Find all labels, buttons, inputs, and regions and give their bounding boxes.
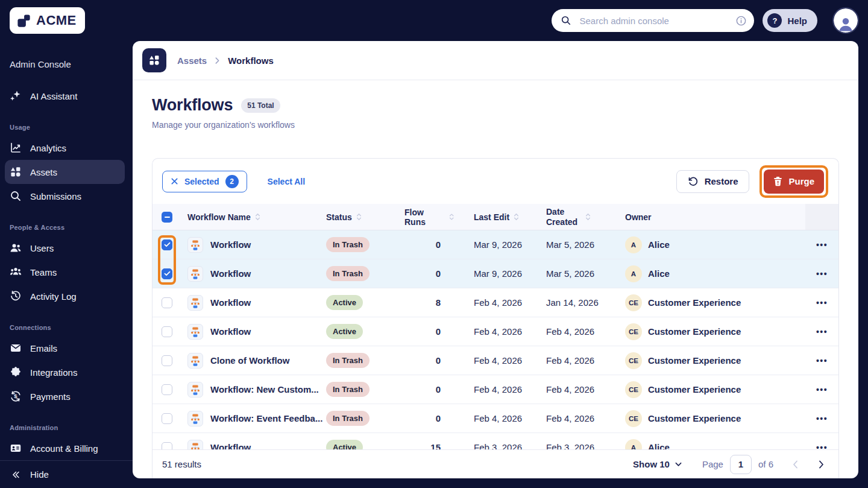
clear-selection-chip[interactable]: Selected 2 bbox=[162, 171, 247, 192]
status-badge: In Trash bbox=[326, 353, 370, 368]
sidebar-item-payments[interactable]: $ Payments bbox=[5, 384, 125, 408]
previous-page-button[interactable] bbox=[790, 458, 800, 471]
info-icon[interactable] bbox=[735, 14, 747, 27]
breadcrumb: Assets Workflows bbox=[133, 41, 858, 80]
row-checkbox[interactable] bbox=[162, 384, 172, 395]
table-row[interactable]: Workflow: Event Feedba... In Trash 0 Feb… bbox=[153, 404, 838, 433]
row-actions-button[interactable]: ••• bbox=[816, 414, 828, 423]
date-created-value: Feb 4, 2026 bbox=[531, 384, 611, 395]
sidebar-item-emails[interactable]: Emails bbox=[5, 336, 125, 360]
row-checkbox[interactable] bbox=[162, 297, 172, 308]
question-icon: ? bbox=[767, 13, 782, 28]
last-edit-value: Feb 4, 2026 bbox=[459, 355, 531, 366]
flow-runs-value: 0 bbox=[404, 239, 459, 250]
workflow-icon bbox=[187, 295, 203, 311]
sidebar-item-account-billing[interactable]: Account & Billing bbox=[5, 436, 125, 460]
person-icon bbox=[837, 14, 855, 33]
topbar: ACME ? Help bbox=[0, 0, 868, 41]
sidebar-item-ai-assistant[interactable]: AI Assistant bbox=[5, 84, 125, 108]
trash-alert-icon bbox=[773, 176, 782, 186]
column-header-actions bbox=[805, 204, 838, 230]
workflow-name: Workflow bbox=[210, 268, 251, 279]
assets-breadcrumb-icon[interactable] bbox=[142, 48, 166, 72]
hide-label: Hide bbox=[30, 469, 49, 480]
page-size-select[interactable]: Show 10 bbox=[629, 458, 685, 470]
search-input[interactable] bbox=[578, 15, 729, 27]
row-checkbox[interactable] bbox=[162, 326, 172, 337]
owner-avatar: CE bbox=[625, 381, 642, 398]
table-row[interactable]: Workflow In Trash 0 Mar 9, 2026 Mar 5, 2… bbox=[153, 259, 838, 288]
next-page-button[interactable] bbox=[816, 458, 826, 471]
workflow-icon bbox=[187, 237, 203, 253]
sort-icon bbox=[449, 212, 454, 221]
table-row[interactable]: Workflow Active 15 Feb 3, 2026 Feb 3, 20… bbox=[153, 433, 838, 449]
sidebar-item-assets[interactable]: Assets bbox=[5, 160, 125, 184]
row-actions-button[interactable]: ••• bbox=[816, 298, 828, 308]
status-badge: Active bbox=[326, 324, 363, 339]
sidebar-item-teams[interactable]: Teams bbox=[5, 260, 125, 284]
admin-search[interactable] bbox=[552, 9, 754, 32]
date-created-value: Feb 3, 2026 bbox=[531, 442, 611, 449]
sidebar-item-integrations[interactable]: Integrations bbox=[5, 360, 125, 384]
purge-button[interactable]: Purge bbox=[764, 170, 824, 194]
restore-button[interactable]: Restore bbox=[676, 170, 750, 193]
sidebar-title: Admin Console bbox=[10, 59, 123, 69]
double-chevron-left-icon bbox=[10, 469, 22, 481]
row-actions-button[interactable]: ••• bbox=[816, 327, 828, 337]
table-row[interactable]: Workflow Active 8 Feb 4, 2026 Jan 14, 20… bbox=[153, 288, 838, 317]
sort-icon bbox=[356, 212, 362, 221]
user-avatar[interactable] bbox=[834, 8, 858, 33]
status-badge: In Trash bbox=[326, 237, 370, 252]
breadcrumb-current: Workflows bbox=[228, 55, 274, 66]
history-clock-icon bbox=[10, 290, 22, 302]
sidebar-item-submissions[interactable]: Submissions bbox=[5, 184, 125, 208]
select-all-button[interactable]: Select All bbox=[264, 176, 309, 187]
select-all-checkbox[interactable] bbox=[153, 212, 181, 223]
chevron-right-icon bbox=[819, 460, 824, 469]
indeterminate-checkbox[interactable] bbox=[162, 212, 172, 223]
row-actions-button[interactable]: ••• bbox=[816, 356, 828, 366]
row-checkbox[interactable] bbox=[162, 413, 172, 424]
row-actions-button[interactable]: ••• bbox=[816, 269, 828, 279]
column-header-workflow-name[interactable]: Workflow Name bbox=[181, 212, 326, 222]
table-row[interactable]: Clone of Workflow In Trash 0 Feb 4, 2026… bbox=[153, 346, 838, 375]
sidebar-hide-button[interactable]: Hide bbox=[0, 460, 133, 488]
owner-name: Customer Experience bbox=[648, 326, 741, 337]
check-icon bbox=[164, 242, 171, 247]
table-row[interactable]: Workflow: New Custom... In Trash 0 Feb 4… bbox=[153, 375, 838, 404]
sidebar-item-users[interactable]: Users bbox=[5, 236, 125, 260]
column-header-status[interactable]: Status bbox=[326, 212, 404, 222]
column-header-flow-runs[interactable]: Flow Runs bbox=[404, 208, 459, 227]
table-row[interactable]: Workflow In Trash 0 Mar 9, 2026 Mar 5, 2… bbox=[153, 230, 838, 259]
breadcrumb-parent[interactable]: Assets bbox=[177, 55, 207, 66]
row-actions-button[interactable]: ••• bbox=[816, 385, 828, 395]
last-edit-value: Feb 4, 2026 bbox=[459, 384, 531, 395]
row-checkbox[interactable] bbox=[162, 442, 172, 450]
help-button[interactable]: ? Help bbox=[763, 9, 817, 32]
last-edit-value: Feb 3, 2026 bbox=[459, 442, 531, 449]
chevron-left-icon bbox=[793, 460, 798, 469]
status-badge: In Trash bbox=[326, 411, 370, 426]
users-icon bbox=[10, 242, 22, 254]
last-edit-value: Feb 4, 2026 bbox=[459, 413, 531, 423]
sidebar-item-label: Emails bbox=[30, 343, 57, 353]
workflow-name: Workflow bbox=[210, 239, 251, 250]
acme-logo[interactable]: ACME bbox=[10, 7, 85, 34]
row-actions-button[interactable]: ••• bbox=[816, 443, 828, 450]
column-header-last-edit[interactable]: Last Edit bbox=[459, 212, 531, 222]
workflow-name: Workflow: Event Feedba... bbox=[210, 413, 322, 423]
page-number-input[interactable] bbox=[730, 455, 752, 474]
row-checkbox[interactable] bbox=[162, 355, 172, 366]
workflow-icon bbox=[187, 353, 203, 369]
table-header-row: Workflow Name Status Flow Runs Last Edit… bbox=[153, 204, 838, 230]
sidebar-item-activity-log[interactable]: Activity Log bbox=[5, 284, 125, 308]
id-card-icon bbox=[10, 442, 22, 454]
sidebar-item-analytics[interactable]: Analytics bbox=[5, 136, 125, 160]
sidebar-item-label: Account & Billing bbox=[30, 443, 98, 454]
column-header-date-created[interactable]: Date Created bbox=[531, 207, 611, 226]
sidebar-item-label: AI Assistant bbox=[30, 91, 77, 101]
row-checkbox[interactable] bbox=[162, 239, 172, 250]
row-actions-button[interactable]: ••• bbox=[816, 240, 828, 250]
table-row[interactable]: Workflow Active 0 Feb 4, 2026 Feb 4, 202… bbox=[153, 317, 838, 346]
row-checkbox[interactable] bbox=[162, 268, 172, 279]
